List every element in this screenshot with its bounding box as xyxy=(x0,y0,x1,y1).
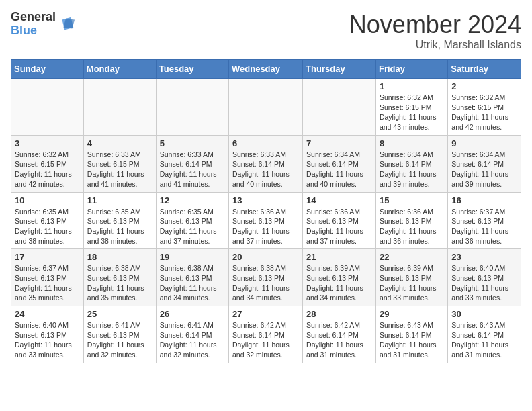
day-info: Sunrise: 6:34 AM Sunset: 6:14 PM Dayligh… xyxy=(380,150,444,189)
day-number: 27 xyxy=(232,309,299,319)
calendar-cell xyxy=(156,79,228,136)
day-number: 14 xyxy=(306,195,372,205)
day-number: 20 xyxy=(232,252,299,262)
calendar-cell: 2Sunrise: 6:32 AM Sunset: 6:15 PM Daylig… xyxy=(448,79,521,136)
day-number: 28 xyxy=(306,309,372,319)
calendar-header-saturday: Saturday xyxy=(448,60,521,79)
calendar-table: SundayMondayTuesdayWednesdayThursdayFrid… xyxy=(11,59,521,363)
day-number: 10 xyxy=(15,195,80,205)
day-info: Sunrise: 6:39 AM Sunset: 6:13 PM Dayligh… xyxy=(380,263,444,303)
calendar-cell xyxy=(229,79,303,136)
calendar-cell: 13Sunrise: 6:36 AM Sunset: 6:13 PM Dayli… xyxy=(229,192,303,249)
day-number: 21 xyxy=(306,252,372,262)
day-info: Sunrise: 6:43 AM Sunset: 6:14 PM Dayligh… xyxy=(380,320,444,360)
calendar-cell: 20Sunrise: 6:38 AM Sunset: 6:13 PM Dayli… xyxy=(229,249,303,306)
day-info: Sunrise: 6:37 AM Sunset: 6:13 PM Dayligh… xyxy=(451,207,517,246)
calendar-cell: 29Sunrise: 6:43 AM Sunset: 6:14 PM Dayli… xyxy=(375,306,447,363)
calendar-cell xyxy=(83,79,156,136)
calendar-cell: 11Sunrise: 6:35 AM Sunset: 6:13 PM Dayli… xyxy=(83,192,156,249)
calendar-header-row: SundayMondayTuesdayWednesdayThursdayFrid… xyxy=(11,60,521,79)
day-number: 26 xyxy=(160,309,225,319)
day-number: 5 xyxy=(160,138,225,148)
day-number: 2 xyxy=(451,81,517,91)
calendar-cell: 18Sunrise: 6:38 AM Sunset: 6:13 PM Dayli… xyxy=(83,249,156,306)
day-info: Sunrise: 6:38 AM Sunset: 6:13 PM Dayligh… xyxy=(87,263,152,303)
calendar-header-sunday: Sunday xyxy=(11,60,84,79)
day-number: 12 xyxy=(160,195,225,205)
day-number: 25 xyxy=(87,309,152,319)
calendar-cell: 23Sunrise: 6:40 AM Sunset: 6:13 PM Dayli… xyxy=(448,249,521,306)
day-info: Sunrise: 6:33 AM Sunset: 6:14 PM Dayligh… xyxy=(160,150,225,189)
day-info: Sunrise: 6:34 AM Sunset: 6:14 PM Dayligh… xyxy=(306,150,372,189)
day-info: Sunrise: 6:36 AM Sunset: 6:13 PM Dayligh… xyxy=(232,207,299,246)
day-number: 24 xyxy=(15,309,80,319)
day-info: Sunrise: 6:36 AM Sunset: 6:13 PM Dayligh… xyxy=(380,207,444,246)
day-info: Sunrise: 6:39 AM Sunset: 6:13 PM Dayligh… xyxy=(306,263,372,303)
logo-general-text: General xyxy=(11,11,56,24)
calendar-week-row: 10Sunrise: 6:35 AM Sunset: 6:13 PM Dayli… xyxy=(11,192,521,249)
calendar-week-row: 1Sunrise: 6:32 AM Sunset: 6:15 PM Daylig… xyxy=(11,79,521,136)
calendar-cell: 25Sunrise: 6:41 AM Sunset: 6:13 PM Dayli… xyxy=(83,306,156,363)
day-info: Sunrise: 6:37 AM Sunset: 6:13 PM Dayligh… xyxy=(15,263,80,303)
calendar-cell: 19Sunrise: 6:38 AM Sunset: 6:13 PM Dayli… xyxy=(156,249,228,306)
day-info: Sunrise: 6:38 AM Sunset: 6:13 PM Dayligh… xyxy=(160,263,225,303)
logo: General Blue xyxy=(11,11,76,38)
calendar-cell: 26Sunrise: 6:41 AM Sunset: 6:14 PM Dayli… xyxy=(156,306,228,363)
day-info: Sunrise: 6:43 AM Sunset: 6:14 PM Dayligh… xyxy=(451,320,517,360)
day-number: 30 xyxy=(451,309,517,319)
day-info: Sunrise: 6:41 AM Sunset: 6:14 PM Dayligh… xyxy=(160,320,225,360)
calendar-header-wednesday: Wednesday xyxy=(229,60,303,79)
calendar-cell: 10Sunrise: 6:35 AM Sunset: 6:13 PM Dayli… xyxy=(11,192,84,249)
day-info: Sunrise: 6:42 AM Sunset: 6:14 PM Dayligh… xyxy=(306,320,372,360)
day-number: 23 xyxy=(451,252,517,262)
day-number: 18 xyxy=(87,252,152,262)
calendar-cell: 16Sunrise: 6:37 AM Sunset: 6:13 PM Dayli… xyxy=(448,192,521,249)
calendar-header-monday: Monday xyxy=(83,60,156,79)
calendar-cell: 5Sunrise: 6:33 AM Sunset: 6:14 PM Daylig… xyxy=(156,135,228,192)
day-number: 13 xyxy=(232,195,299,205)
day-info: Sunrise: 6:32 AM Sunset: 6:15 PM Dayligh… xyxy=(380,93,444,132)
day-info: Sunrise: 6:36 AM Sunset: 6:13 PM Dayligh… xyxy=(306,207,372,246)
calendar-cell: 4Sunrise: 6:33 AM Sunset: 6:15 PM Daylig… xyxy=(83,135,156,192)
calendar-cell: 7Sunrise: 6:34 AM Sunset: 6:14 PM Daylig… xyxy=(303,135,376,192)
day-number: 8 xyxy=(380,138,444,148)
day-number: 16 xyxy=(451,195,517,205)
calendar-cell: 14Sunrise: 6:36 AM Sunset: 6:13 PM Dayli… xyxy=(303,192,376,249)
calendar-week-row: 3Sunrise: 6:32 AM Sunset: 6:15 PM Daylig… xyxy=(11,135,521,192)
calendar-header-friday: Friday xyxy=(375,60,447,79)
day-number: 22 xyxy=(380,252,444,262)
calendar-cell: 21Sunrise: 6:39 AM Sunset: 6:13 PM Dayli… xyxy=(303,249,376,306)
calendar-week-row: 24Sunrise: 6:40 AM Sunset: 6:13 PM Dayli… xyxy=(11,306,521,363)
day-info: Sunrise: 6:33 AM Sunset: 6:15 PM Dayligh… xyxy=(87,150,152,189)
calendar-cell: 24Sunrise: 6:40 AM Sunset: 6:13 PM Dayli… xyxy=(11,306,84,363)
day-info: Sunrise: 6:35 AM Sunset: 6:13 PM Dayligh… xyxy=(160,207,225,246)
day-number: 9 xyxy=(451,138,517,148)
day-number: 19 xyxy=(160,252,225,262)
day-number: 4 xyxy=(87,138,152,148)
calendar-header-thursday: Thursday xyxy=(303,60,376,79)
day-info: Sunrise: 6:41 AM Sunset: 6:13 PM Dayligh… xyxy=(87,320,152,360)
calendar-cell xyxy=(303,79,376,136)
day-number: 7 xyxy=(306,138,372,148)
calendar-cell: 28Sunrise: 6:42 AM Sunset: 6:14 PM Dayli… xyxy=(303,306,376,363)
calendar-cell xyxy=(11,79,84,136)
title-block: November 2024 Utrik, Marshall Islands xyxy=(349,11,521,51)
day-info: Sunrise: 6:32 AM Sunset: 6:15 PM Dayligh… xyxy=(15,150,80,189)
day-info: Sunrise: 6:33 AM Sunset: 6:14 PM Dayligh… xyxy=(232,150,299,189)
calendar-cell: 22Sunrise: 6:39 AM Sunset: 6:13 PM Dayli… xyxy=(375,249,447,306)
logo-icon xyxy=(57,15,76,34)
day-info: Sunrise: 6:40 AM Sunset: 6:13 PM Dayligh… xyxy=(15,320,80,360)
day-info: Sunrise: 6:38 AM Sunset: 6:13 PM Dayligh… xyxy=(232,263,299,303)
day-number: 3 xyxy=(15,138,80,148)
calendar-cell: 15Sunrise: 6:36 AM Sunset: 6:13 PM Dayli… xyxy=(375,192,447,249)
logo-blue-text: Blue xyxy=(11,24,56,38)
calendar-cell: 6Sunrise: 6:33 AM Sunset: 6:14 PM Daylig… xyxy=(229,135,303,192)
day-number: 15 xyxy=(380,195,444,205)
calendar-cell: 8Sunrise: 6:34 AM Sunset: 6:14 PM Daylig… xyxy=(375,135,447,192)
day-info: Sunrise: 6:42 AM Sunset: 6:14 PM Dayligh… xyxy=(232,320,299,360)
day-info: Sunrise: 6:35 AM Sunset: 6:13 PM Dayligh… xyxy=(87,207,152,246)
day-info: Sunrise: 6:35 AM Sunset: 6:13 PM Dayligh… xyxy=(15,207,80,246)
location: Utrik, Marshall Islands xyxy=(349,39,521,51)
day-number: 6 xyxy=(232,138,299,148)
day-number: 11 xyxy=(87,195,152,205)
